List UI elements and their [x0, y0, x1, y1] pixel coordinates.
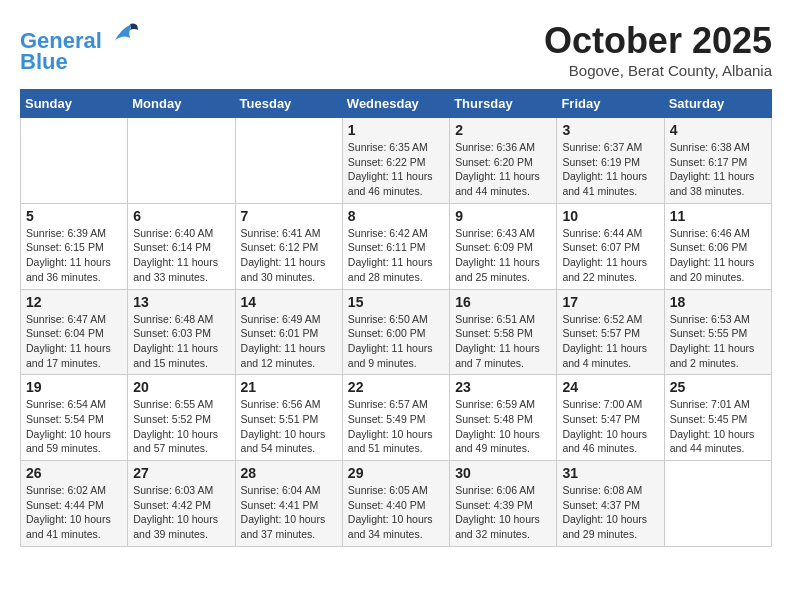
day-info: Sunrise: 6:06 AMSunset: 4:39 PMDaylight:… — [455, 483, 551, 542]
calendar-week-row: 19Sunrise: 6:54 AMSunset: 5:54 PMDayligh… — [21, 375, 772, 461]
calendar-cell: 20Sunrise: 6:55 AMSunset: 5:52 PMDayligh… — [128, 375, 235, 461]
day-info: Sunrise: 7:01 AMSunset: 5:45 PMDaylight:… — [670, 397, 766, 456]
calendar-cell: 9Sunrise: 6:43 AMSunset: 6:09 PMDaylight… — [450, 203, 557, 289]
calendar-cell: 24Sunrise: 7:00 AMSunset: 5:47 PMDayligh… — [557, 375, 664, 461]
day-number: 4 — [670, 122, 766, 138]
day-number: 31 — [562, 465, 658, 481]
calendar-cell — [128, 118, 235, 204]
calendar-header: SundayMondayTuesdayWednesdayThursdayFrid… — [21, 90, 772, 118]
day-info: Sunrise: 6:49 AMSunset: 6:01 PMDaylight:… — [241, 312, 337, 371]
day-number: 16 — [455, 294, 551, 310]
day-info: Sunrise: 6:47 AMSunset: 6:04 PMDaylight:… — [26, 312, 122, 371]
day-number: 29 — [348, 465, 444, 481]
day-number: 25 — [670, 379, 766, 395]
day-info: Sunrise: 6:55 AMSunset: 5:52 PMDaylight:… — [133, 397, 229, 456]
day-info: Sunrise: 6:04 AMSunset: 4:41 PMDaylight:… — [241, 483, 337, 542]
logo: General Blue — [20, 20, 140, 75]
calendar-cell: 15Sunrise: 6:50 AMSunset: 6:00 PMDayligh… — [342, 289, 449, 375]
day-info: Sunrise: 6:48 AMSunset: 6:03 PMDaylight:… — [133, 312, 229, 371]
day-number: 1 — [348, 122, 444, 138]
day-info: Sunrise: 6:38 AMSunset: 6:17 PMDaylight:… — [670, 140, 766, 199]
day-number: 13 — [133, 294, 229, 310]
day-info: Sunrise: 6:54 AMSunset: 5:54 PMDaylight:… — [26, 397, 122, 456]
day-number: 10 — [562, 208, 658, 224]
day-number: 11 — [670, 208, 766, 224]
calendar-cell: 23Sunrise: 6:59 AMSunset: 5:48 PMDayligh… — [450, 375, 557, 461]
calendar-cell: 22Sunrise: 6:57 AMSunset: 5:49 PMDayligh… — [342, 375, 449, 461]
day-number: 23 — [455, 379, 551, 395]
day-info: Sunrise: 6:42 AMSunset: 6:11 PMDaylight:… — [348, 226, 444, 285]
calendar-cell: 12Sunrise: 6:47 AMSunset: 6:04 PMDayligh… — [21, 289, 128, 375]
day-number: 27 — [133, 465, 229, 481]
calendar-cell: 8Sunrise: 6:42 AMSunset: 6:11 PMDaylight… — [342, 203, 449, 289]
weekday-header: Monday — [128, 90, 235, 118]
day-info: Sunrise: 6:53 AMSunset: 5:55 PMDaylight:… — [670, 312, 766, 371]
page-header: General Blue October 2025 Bogove, Berat … — [20, 20, 772, 79]
calendar-cell: 10Sunrise: 6:44 AMSunset: 6:07 PMDayligh… — [557, 203, 664, 289]
day-number: 6 — [133, 208, 229, 224]
day-number: 17 — [562, 294, 658, 310]
calendar-body: 1Sunrise: 6:35 AMSunset: 6:22 PMDaylight… — [21, 118, 772, 547]
calendar-cell: 25Sunrise: 7:01 AMSunset: 5:45 PMDayligh… — [664, 375, 771, 461]
day-number: 3 — [562, 122, 658, 138]
day-number: 20 — [133, 379, 229, 395]
day-info: Sunrise: 6:41 AMSunset: 6:12 PMDaylight:… — [241, 226, 337, 285]
day-info: Sunrise: 6:39 AMSunset: 6:15 PMDaylight:… — [26, 226, 122, 285]
day-number: 22 — [348, 379, 444, 395]
day-info: Sunrise: 6:03 AMSunset: 4:42 PMDaylight:… — [133, 483, 229, 542]
calendar-cell: 29Sunrise: 6:05 AMSunset: 4:40 PMDayligh… — [342, 461, 449, 547]
day-info: Sunrise: 6:37 AMSunset: 6:19 PMDaylight:… — [562, 140, 658, 199]
title-block: October 2025 Bogove, Berat County, Alban… — [544, 20, 772, 79]
day-info: Sunrise: 6:43 AMSunset: 6:09 PMDaylight:… — [455, 226, 551, 285]
calendar-cell: 28Sunrise: 6:04 AMSunset: 4:41 PMDayligh… — [235, 461, 342, 547]
calendar-cell: 30Sunrise: 6:06 AMSunset: 4:39 PMDayligh… — [450, 461, 557, 547]
calendar-cell: 21Sunrise: 6:56 AMSunset: 5:51 PMDayligh… — [235, 375, 342, 461]
calendar-cell — [21, 118, 128, 204]
day-info: Sunrise: 6:36 AMSunset: 6:20 PMDaylight:… — [455, 140, 551, 199]
calendar-cell: 31Sunrise: 6:08 AMSunset: 4:37 PMDayligh… — [557, 461, 664, 547]
calendar-week-row: 12Sunrise: 6:47 AMSunset: 6:04 PMDayligh… — [21, 289, 772, 375]
day-number: 12 — [26, 294, 122, 310]
day-info: Sunrise: 6:44 AMSunset: 6:07 PMDaylight:… — [562, 226, 658, 285]
month-title: October 2025 — [544, 20, 772, 62]
calendar-cell: 5Sunrise: 6:39 AMSunset: 6:15 PMDaylight… — [21, 203, 128, 289]
day-number: 26 — [26, 465, 122, 481]
calendar-cell: 17Sunrise: 6:52 AMSunset: 5:57 PMDayligh… — [557, 289, 664, 375]
day-number: 24 — [562, 379, 658, 395]
day-number: 19 — [26, 379, 122, 395]
location-subtitle: Bogove, Berat County, Albania — [544, 62, 772, 79]
calendar-cell: 11Sunrise: 6:46 AMSunset: 6:06 PMDayligh… — [664, 203, 771, 289]
day-info: Sunrise: 6:35 AMSunset: 6:22 PMDaylight:… — [348, 140, 444, 199]
calendar-cell: 2Sunrise: 6:36 AMSunset: 6:20 PMDaylight… — [450, 118, 557, 204]
day-info: Sunrise: 6:46 AMSunset: 6:06 PMDaylight:… — [670, 226, 766, 285]
calendar-week-row: 5Sunrise: 6:39 AMSunset: 6:15 PMDaylight… — [21, 203, 772, 289]
day-number: 5 — [26, 208, 122, 224]
calendar-week-row: 1Sunrise: 6:35 AMSunset: 6:22 PMDaylight… — [21, 118, 772, 204]
calendar-cell: 7Sunrise: 6:41 AMSunset: 6:12 PMDaylight… — [235, 203, 342, 289]
logo-bird-icon — [110, 20, 140, 48]
calendar-cell — [664, 461, 771, 547]
calendar-table: SundayMondayTuesdayWednesdayThursdayFrid… — [20, 89, 772, 547]
weekday-header: Tuesday — [235, 90, 342, 118]
calendar-cell: 16Sunrise: 6:51 AMSunset: 5:58 PMDayligh… — [450, 289, 557, 375]
day-number: 9 — [455, 208, 551, 224]
weekday-header-row: SundayMondayTuesdayWednesdayThursdayFrid… — [21, 90, 772, 118]
day-number: 28 — [241, 465, 337, 481]
day-number: 30 — [455, 465, 551, 481]
calendar-cell: 18Sunrise: 6:53 AMSunset: 5:55 PMDayligh… — [664, 289, 771, 375]
calendar-cell: 4Sunrise: 6:38 AMSunset: 6:17 PMDaylight… — [664, 118, 771, 204]
calendar-cell: 19Sunrise: 6:54 AMSunset: 5:54 PMDayligh… — [21, 375, 128, 461]
day-number: 21 — [241, 379, 337, 395]
day-info: Sunrise: 6:02 AMSunset: 4:44 PMDaylight:… — [26, 483, 122, 542]
calendar-cell: 26Sunrise: 6:02 AMSunset: 4:44 PMDayligh… — [21, 461, 128, 547]
calendar-cell — [235, 118, 342, 204]
day-number: 2 — [455, 122, 551, 138]
day-info: Sunrise: 6:52 AMSunset: 5:57 PMDaylight:… — [562, 312, 658, 371]
day-info: Sunrise: 6:50 AMSunset: 6:00 PMDaylight:… — [348, 312, 444, 371]
calendar-cell: 3Sunrise: 6:37 AMSunset: 6:19 PMDaylight… — [557, 118, 664, 204]
calendar-cell: 27Sunrise: 6:03 AMSunset: 4:42 PMDayligh… — [128, 461, 235, 547]
calendar-cell: 6Sunrise: 6:40 AMSunset: 6:14 PMDaylight… — [128, 203, 235, 289]
day-number: 8 — [348, 208, 444, 224]
day-info: Sunrise: 6:08 AMSunset: 4:37 PMDaylight:… — [562, 483, 658, 542]
day-info: Sunrise: 7:00 AMSunset: 5:47 PMDaylight:… — [562, 397, 658, 456]
